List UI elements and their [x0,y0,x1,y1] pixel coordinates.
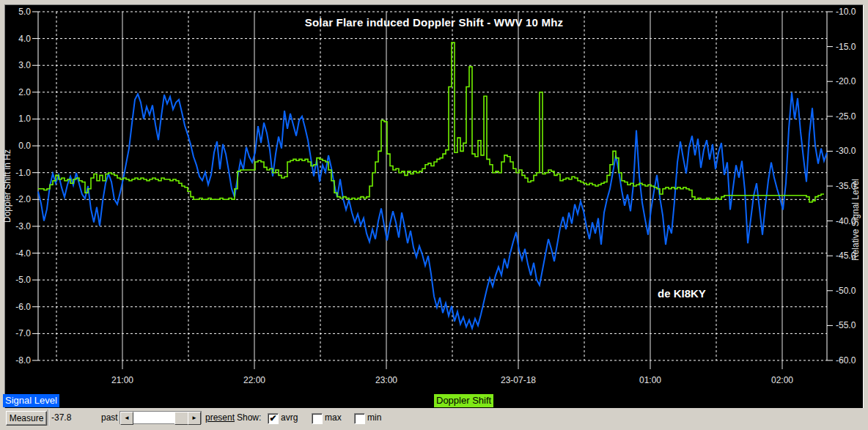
right-axis-tick: -60.0 [836,355,856,366]
checkbox-max[interactable] [312,413,323,424]
data-series [38,42,827,328]
x-axis-tick: 02:00 [771,375,793,385]
scrollbar-thumb[interactable] [174,412,189,425]
left-axis-tick: 2.0 [18,87,31,97]
callsign-watermark: de KI8KY [658,287,706,300]
left-axis-tick: -2.0 [15,194,31,204]
measure-value: -37.8 [51,412,71,423]
left-axis-tick: 4.0 [18,34,31,44]
checkbox-avrg[interactable]: ✔ [268,413,279,424]
left-axis-tick: -5.0 [15,275,31,285]
left-axis-tick: -1.0 [15,168,31,178]
doppler-shift-line [38,42,824,202]
checkbox-min[interactable] [354,413,365,424]
axes [32,12,833,360]
x-axis-tick: 23:00 [375,375,397,385]
plot-area[interactable]: 5.04.03.02.01.00.0-1.0-2.0-3.0-4.0-5.0-6… [0,0,868,408]
right-axis-tick: -10.0 [836,7,856,17]
left-axis-tick: -6.0 [15,302,31,312]
right-axis-title: Relative Signal Level [850,179,861,261]
right-axis-tick: -30.0 [836,146,856,156]
left-axis-tick: -4.0 [15,248,31,259]
checkbox-max-label: max [325,412,342,423]
show-label: Show: [237,412,261,423]
left-axis-tick: 3.0 [18,60,31,70]
checkbox-avrg-label: avrg [281,412,298,423]
left-axis-title: Doppler Shift in Hz [2,149,12,223]
left-axis-tick: 5.0 [18,7,31,17]
right-axis-tick: -55.0 [836,320,856,330]
signal-level-line [38,92,827,328]
time-scrollbar[interactable]: ◄ ► [119,411,202,424]
legend-signal-level[interactable]: Signal Level [3,394,59,407]
gridlines [38,12,827,369]
left-axis-tick: -3.0 [15,221,31,231]
x-axis-tick: 22:00 [243,375,265,385]
present-link[interactable]: present [205,412,235,423]
right-axis-tick: -20.0 [836,76,856,86]
past-label: past [101,412,118,423]
legend-doppler-shift[interactable]: Doppler Shift [434,394,493,407]
x-axis-tick: 01:00 [639,375,661,385]
left-axis-tick: 0.0 [18,141,31,151]
app-window: 5.04.03.02.01.00.0-1.0-2.0-3.0-4.0-5.0-6… [0,0,868,430]
toolbar-separator [48,409,49,426]
left-axis-tick: -7.0 [15,328,31,338]
scrollbar-left-arrow-icon[interactable]: ◄ [120,412,133,425]
right-axis-tick: -15.0 [836,42,856,52]
checkbox-min-label: min [367,412,381,423]
left-axis-tick: 1.0 [18,114,31,124]
toolbar: Measure -37.8 past ◄ ► present Show: ✔ a… [0,408,868,430]
x-axis-tick: 21:00 [111,375,133,385]
scrollbar-right-arrow-icon[interactable]: ► [188,412,201,425]
x-axis-tick: 23-07-18 [501,375,536,385]
chart-title: Solar Flare induced Doppler Shift - WWV … [0,16,868,29]
right-axis-tick: -25.0 [836,111,856,122]
measure-button[interactable]: Measure [6,411,47,426]
right-axis-tick: -50.0 [836,286,856,296]
left-axis-tick: -8.0 [15,355,31,366]
